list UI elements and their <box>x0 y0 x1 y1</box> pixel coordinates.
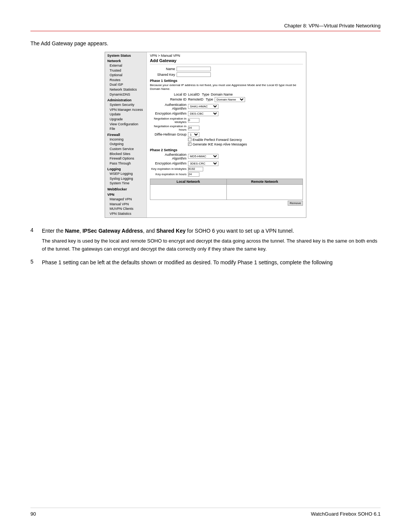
remote-network-cell <box>226 184 303 200</box>
local-id-row: Local ID LocalID Type Domain Name <box>150 93 303 96</box>
neg-exp-kb-input[interactable] <box>188 118 199 123</box>
scr-main-content: VPN > Manual VPN Add Gateway Name Shared… <box>147 52 306 217</box>
neg-exp-hr-input[interactable] <box>188 126 199 130</box>
chapter-title: Chapter 8: VPN—Virtual Private Networkin… <box>284 23 381 29</box>
local-type-label: Type <box>202 93 210 96</box>
network-table-row <box>150 184 303 200</box>
sidebar-section-vpn: VPN <box>107 193 144 197</box>
key-exp-hr-input[interactable] <box>188 172 199 177</box>
steps-container: 4 Enter the Name, IPSec Gateway Address,… <box>30 227 381 269</box>
step-4-ipsec-bold: IPSec Gateway Address <box>83 228 143 234</box>
sidebar-item-custom-service[interactable]: Custom Service <box>107 147 144 152</box>
phase2-auth-row: Authentication Algorithm MD5-HMAC <box>150 153 303 160</box>
name-row: Name <box>150 67 303 71</box>
scr-sidebar: System Status Network External Trusted O… <box>105 52 147 217</box>
step-4-number: 4 <box>30 227 42 233</box>
intro-text: The Add Gateway page appears. <box>30 40 381 46</box>
dh-group-row: Diffie-Hellman Group 1 <box>150 132 303 137</box>
local-network-header: Local Network <box>150 179 227 184</box>
auth-alg-label: Authentication Algorithm <box>150 103 188 110</box>
pfs-checkbox[interactable] <box>188 138 191 141</box>
sidebar-item-managed-vpn[interactable]: Managed VPN <box>107 197 144 202</box>
chapter-header: Chapter 8: VPN—Virtual Private Networkin… <box>30 23 381 31</box>
neg-exp-hr-label: Negotiation expiration in hours <box>150 125 188 131</box>
sidebar-item-pass-through[interactable]: Pass Through <box>107 161 144 166</box>
sidebar-item-external[interactable]: External <box>107 63 144 68</box>
neg-exp-hr-row: Negotiation expiration in hours <box>150 125 303 131</box>
sidebar-item-routes[interactable]: Routes <box>107 78 144 83</box>
phase2-auth-label: Authentication Algorithm <box>150 153 188 160</box>
sidebar-item-network-stats[interactable]: Network Statistics <box>107 87 144 92</box>
sidebar-section-webblocker: WebBlocker <box>107 187 144 191</box>
sidebar-item-vpn-stats[interactable]: VPN Statistics <box>107 211 144 216</box>
sidebar-item-system-time[interactable]: System Time <box>107 181 144 186</box>
key-exp-hr-row: Key expiration in hours <box>150 172 303 177</box>
name-label: Name <box>150 67 177 71</box>
screenshot-box: System Status Network External Trusted O… <box>105 52 306 218</box>
phase2-enc-select[interactable]: 3DES-CRC <box>188 161 218 166</box>
phase2-title: Phase 2 Settings <box>150 148 303 152</box>
step-4-body: The shared key is used by the local and … <box>42 237 381 253</box>
sidebar-item-syslog[interactable]: Syslog Logging <box>107 176 144 181</box>
sidebar-item-outgoing[interactable]: Outgoing <box>107 142 144 147</box>
sidebar-system-status: System Status <box>107 54 144 58</box>
enc-alg-row: Encryption Algorithm DES-CBC <box>150 111 303 116</box>
sidebar-section-logging: Logging <box>107 167 144 171</box>
step-5-content: Phase 1 setting can be left at the defau… <box>42 259 381 269</box>
step-4-sharedkey-bold: Shared Key <box>156 228 186 234</box>
network-table: Local Network Remote Network <box>150 179 303 200</box>
remove-button[interactable]: Remove <box>288 201 303 206</box>
sidebar-section-admin: Administration <box>107 98 144 102</box>
sidebar-item-blocked-sites[interactable]: Blocked Sites <box>107 152 144 157</box>
sidebar-item-incoming[interactable]: Incoming <box>107 137 144 142</box>
dh-group-select[interactable]: 1 <box>188 132 199 137</box>
pfs-label: Enable Perfect Forward Secrecy <box>193 138 242 142</box>
enc-alg-label: Encryption Algorithm <box>150 112 188 115</box>
footer-product: WatchGuard Firebox SOHO 6.1 <box>311 511 381 517</box>
remote-network-header: Remote Network <box>226 179 303 184</box>
sidebar-item-firewall-options[interactable]: Firewall Options <box>107 156 144 161</box>
remote-type-select[interactable]: Domain Name <box>215 97 245 102</box>
sidebar-item-upgrade[interactable]: Upgrade <box>107 117 144 122</box>
key-exp-kb-input[interactable] <box>188 167 203 171</box>
key-exp-hr-label: Key expiration in hours <box>150 173 188 176</box>
local-id-value: LocalID <box>188 93 200 96</box>
sidebar-item-dynamicdns[interactable]: DynamicDNS <box>107 92 144 97</box>
ike-label: Generate IKE Keep Alive Messages <box>193 142 247 146</box>
shared-key-input[interactable] <box>177 72 211 77</box>
sidebar-item-optional[interactable]: Optional <box>107 73 144 78</box>
key-exp-kb-row: Key expiration in kilobytes <box>150 167 303 171</box>
ike-checkbox[interactable] <box>188 142 191 146</box>
sidebar-item-update[interactable]: Update <box>107 112 144 117</box>
neg-exp-kb-label: Negotiation expiration in kilobytes <box>150 117 188 124</box>
phase2-section: Phase 2 Settings Authentication Algorith… <box>150 148 303 200</box>
step-5-number: 5 <box>30 259 42 265</box>
phase2-enc-row: Encryption Algorithm 3DES-CRC <box>150 161 303 166</box>
dh-group-label: Diffie-Hellman Group <box>150 133 188 136</box>
phase2-auth-select[interactable]: MD5-HMAC <box>188 154 218 159</box>
phase1-note: Because your external IP address is not … <box>150 83 303 91</box>
sidebar-item-muvpn[interactable]: MUVPN Clients <box>107 206 144 211</box>
sidebar-item-dual-isp[interactable]: Dual ISP <box>107 82 144 87</box>
network-table-wrapper: Local Network Remote Network <box>150 179 303 200</box>
auth-alg-select[interactable]: SHA1-HMAC <box>188 104 218 109</box>
remote-id-label: Remote ID <box>150 97 188 101</box>
remote-type-label: Type <box>206 97 213 101</box>
sidebar-item-system-security[interactable]: System Security <box>107 102 144 107</box>
neg-exp-kb-row: Negotiation expiration in kilobytes <box>150 117 303 124</box>
sidebar-item-manual-vpn[interactable]: Manual VPN <box>107 202 144 207</box>
sidebar-item-vpn-manager[interactable]: VPN Manager Access <box>107 107 144 112</box>
scr-breadcrumb: VPN > Manual VPN <box>150 54 303 58</box>
sidebar-section-network: Network <box>107 59 144 63</box>
auth-alg-row: Authentication Algorithm SHA1-HMAC <box>150 103 303 110</box>
step-4-name-bold: Name <box>65 228 80 234</box>
shared-key-row: Shared Key <box>150 72 303 77</box>
step-5-heading: Phase 1 setting can be left at the defau… <box>42 259 381 267</box>
enc-alg-select[interactable]: DES-CBC <box>188 111 218 116</box>
sidebar-item-trusted[interactable]: Trusted <box>107 68 144 73</box>
footer-page-number: 90 <box>30 511 36 517</box>
step-4: 4 Enter the Name, IPSec Gateway Address,… <box>30 227 381 253</box>
sidebar-item-wsep-logging[interactable]: WSEP Logging <box>107 171 144 176</box>
sidebar-item-view-config[interactable]: View Configuration File <box>107 122 144 131</box>
name-input[interactable] <box>177 67 211 71</box>
